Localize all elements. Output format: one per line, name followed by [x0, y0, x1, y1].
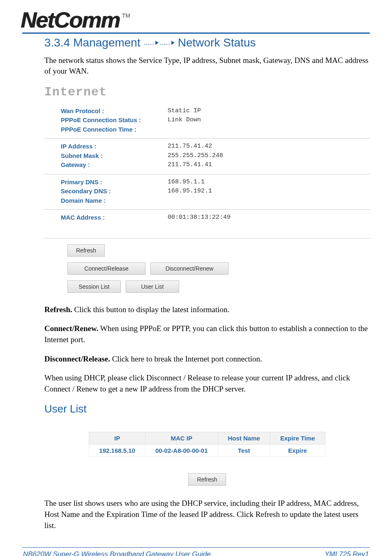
user-list-refresh-button[interactable]: Refresh	[188, 473, 226, 486]
kv-value: 00:01:38:13:22:49	[168, 213, 231, 222]
internet-status-panel: Internet Wan Protocol : Static IP PPPoE …	[44, 85, 370, 293]
kv-domain-name: Domain Name :	[61, 196, 370, 206]
kv-value: Link Down	[168, 116, 201, 125]
cell-host: Test	[218, 445, 270, 457]
kv-value: 211.75.41.41	[168, 160, 212, 170]
kv-value: 168.95.192.1	[168, 187, 212, 196]
refresh-button[interactable]: Refresh	[67, 244, 105, 257]
kv-label: Secondary DNS :	[61, 187, 168, 196]
cell-ip: 192.168.5.10	[89, 445, 145, 457]
disconnect-text: Click here to break the Internet port co…	[110, 354, 262, 363]
kv-pppoe-status: PPPoE Connection Status : Link Down	[61, 116, 370, 125]
kv-ip-address: IP Address : 211.75.41.42	[61, 142, 370, 151]
col-expire: Expire Time	[270, 432, 325, 445]
connect-bold: Connect/Renew.	[44, 324, 98, 333]
kv-value: Static IP	[168, 107, 201, 116]
kv-mac-address: MAC Address : 00:01:38:13:22:49	[61, 213, 370, 222]
refresh-text: Click this button to display the latest …	[72, 305, 230, 314]
kv-label: PPPoE Connection Status :	[61, 116, 168, 125]
footer-guide-title: NB620W Super-G Wireless Broadband Gatewa…	[23, 550, 211, 556]
section-heading: 3.3.4 Management Network Status	[44, 36, 370, 49]
kv-wan-protocol: Wan Protocol : Static IP	[61, 107, 370, 116]
kv-label: MAC Address :	[61, 213, 168, 222]
user-list-description: The user list shows users who are using …	[44, 498, 370, 531]
kv-primary-dns: Primary DNS : 168.95.1.1	[61, 178, 370, 187]
kv-pppoe-time: PPPoE Connection Time :	[61, 125, 370, 134]
kv-label: Primary DNS :	[61, 178, 168, 187]
connect-description: Connect/Renew. When using PPPoE or PPTP,…	[44, 323, 370, 345]
kv-value: 211.75.41.42	[168, 142, 212, 151]
disconnect-description: Disconnect/Release. Click here to break …	[44, 354, 370, 365]
section-title-left: Management	[73, 36, 140, 49]
kv-label: Subnet Mask :	[61, 151, 168, 161]
section-number: 3.3.4	[44, 36, 70, 49]
header-divider	[22, 32, 370, 34]
col-mac: MAC IP	[145, 432, 218, 445]
cell-mac: 00-02-A8-00-00-01	[145, 445, 218, 457]
user-list-button[interactable]: User List	[126, 280, 179, 293]
panel-heading: Internet	[44, 85, 370, 99]
kv-secondary-dns: Secondary DNS : 168.95.192.1	[61, 187, 370, 196]
kv-value: 168.95.1.1	[168, 178, 205, 187]
kv-label: Gateway :	[61, 160, 168, 170]
table-header-row: IP MAC IP Host Name Expire Time	[89, 432, 325, 445]
kv-label: Domain Name :	[61, 196, 168, 206]
kv-subnet-mask: Subnet Mask : 255.255.255.248	[61, 151, 370, 161]
footer-revision: YML725 Rev1	[299, 550, 369, 556]
kv-label: Wan Protocol :	[61, 107, 168, 116]
kv-gateway: Gateway : 211.75.41.41	[61, 160, 370, 170]
logo-tm: TM	[122, 12, 130, 19]
disconnect-bold: Disconnect/Release.	[44, 354, 110, 363]
disconnect-renew-button[interactable]: Disconnect/Renew	[150, 262, 228, 275]
panel-divider	[44, 238, 370, 239]
user-list-heading: User List	[44, 403, 370, 415]
logo-text: NetComm	[21, 10, 120, 30]
intro-paragraph: The network status shows the Service Typ…	[44, 55, 370, 77]
connect-release-button[interactable]: Connect/Release	[67, 262, 145, 275]
col-host: Host Name	[218, 432, 270, 445]
brand-logo: NetComm TM	[21, 10, 370, 30]
dotted-arrow-icon	[144, 36, 175, 49]
session-list-button[interactable]: Session List	[67, 280, 121, 293]
kv-value: 255.255.255.248	[168, 151, 223, 161]
table-row: 192.168.5.10 00-02-A8-00-00-01 Test Expi…	[89, 445, 325, 457]
cell-expire: Expire	[270, 445, 325, 457]
kv-label: PPPoE Connection Time :	[61, 125, 168, 134]
footer-divider	[22, 547, 370, 548]
col-ip: IP	[89, 432, 145, 445]
kv-label: IP Address :	[61, 142, 168, 151]
refresh-description: Refresh. Click this button to display th…	[44, 304, 370, 315]
section-title-right: Network Status	[178, 36, 256, 49]
dhcp-description: When using DHCP, please click Disconnect…	[44, 373, 370, 394]
refresh-bold: Refresh.	[44, 305, 72, 314]
page-footer: NB620W Super-G Wireless Broadband Gatewa…	[22, 550, 370, 556]
user-list-table: IP MAC IP Host Name Expire Time 192.168.…	[89, 432, 325, 457]
